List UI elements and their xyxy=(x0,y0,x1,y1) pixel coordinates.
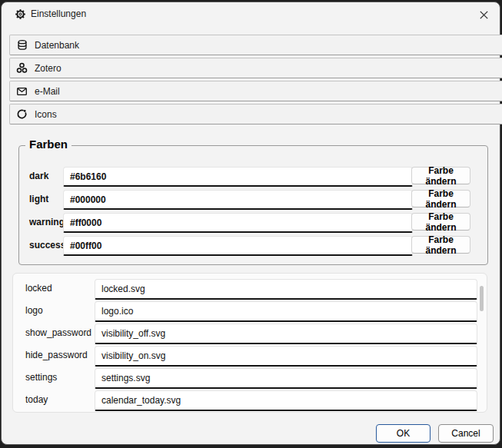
change-color-button-warning[interactable]: Farbe ändern xyxy=(411,213,470,231)
window-title: Einstellungen xyxy=(31,2,86,25)
icon-label-show-password: show_password xyxy=(25,324,93,342)
color-input-light[interactable]: #000000 xyxy=(63,190,413,210)
section-header-zotero[interactable]: Zotero xyxy=(9,58,502,78)
section-label: Icons xyxy=(35,109,57,120)
icon-label-hide-password: hide_password xyxy=(25,346,93,364)
icon-label-logo: logo xyxy=(25,301,93,320)
colors-group-legend: Farben xyxy=(25,138,71,151)
gear-icon xyxy=(15,8,26,20)
change-color-button-light[interactable]: Farbe ändern xyxy=(411,190,470,207)
icon-label-locked: locked xyxy=(25,279,93,297)
close-icon xyxy=(478,9,490,21)
icon-input-show-password[interactable]: visibility_off.svg xyxy=(95,324,477,344)
color-label-light: light xyxy=(29,190,65,207)
icon-input-hide-password[interactable]: visibility_on.svg xyxy=(95,346,477,367)
color-label-success: success xyxy=(29,236,65,254)
ok-button[interactable]: OK xyxy=(376,424,431,443)
close-button[interactable] xyxy=(472,6,495,23)
color-input-dark[interactable]: #6b6160 xyxy=(63,167,413,187)
section-label: e-Mail xyxy=(35,86,60,97)
section-header-datenbank[interactable]: Datenbank xyxy=(9,35,502,55)
vertical-scrollbar-thumb[interactable] xyxy=(480,286,484,311)
section-label: Zotero xyxy=(35,63,62,74)
color-input-warning[interactable]: #ff0000 xyxy=(63,213,413,233)
icon-label-today: today xyxy=(25,390,93,409)
icon-input-logo[interactable]: logo.ico xyxy=(95,301,477,322)
section-header-email[interactable]: e-Mail xyxy=(9,81,502,101)
icon-input-locked[interactable]: locked.svg xyxy=(95,279,477,300)
title-bar[interactable]: Einstellungen xyxy=(2,2,500,25)
change-color-button-success[interactable]: Farbe ändern xyxy=(411,236,470,254)
change-color-button-dark[interactable]: Farbe ändern xyxy=(411,167,470,184)
database-icon xyxy=(16,39,28,51)
settings-dialog: Einstellungen Datenbank xyxy=(1,2,500,445)
cancel-button[interactable]: Cancel xyxy=(438,424,494,443)
color-input-success[interactable]: #00ff00 xyxy=(63,236,413,256)
color-label-warning: warning xyxy=(29,213,65,231)
color-label-dark: dark xyxy=(29,167,65,184)
envelope-icon xyxy=(16,85,28,97)
icons-list-panel: locked locked.svg logo logo.ico show_pas… xyxy=(12,273,487,413)
icon-input-today[interactable]: calendar_today.svg xyxy=(95,390,477,411)
desktop-backdrop: Einstellungen Datenbank xyxy=(0,0,502,448)
section-header-icons[interactable]: Icons xyxy=(9,104,502,124)
sync-icon xyxy=(16,108,28,120)
zotero-icon xyxy=(16,62,28,74)
icon-input-settings[interactable]: settings.svg xyxy=(95,368,477,389)
section-label: Datenbank xyxy=(35,40,79,51)
icon-label-settings: settings xyxy=(25,368,93,387)
